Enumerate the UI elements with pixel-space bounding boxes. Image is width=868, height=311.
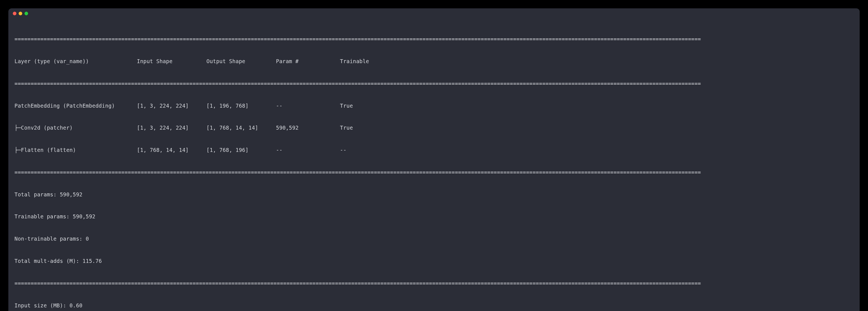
cell-input-shape: [1, 768, 14, 14]	[137, 146, 207, 154]
cell-output-shape: [1, 196, 768]	[207, 102, 276, 110]
cell-layer: ├─Flatten (flatten)	[14, 146, 137, 154]
divider	[14, 80, 854, 87]
table-row: ├─Conv2d (patcher) [1, 3, 224, 224] [1, …	[14, 124, 854, 131]
header-trainable: Trainable	[340, 58, 854, 65]
cell-param-count: 590,592	[276, 124, 340, 131]
maximize-icon[interactable]	[25, 12, 28, 15]
cell-layer: PatchEmbedding (PatchEmbedding)	[14, 102, 137, 110]
cell-trainable: True	[340, 102, 854, 110]
table-row: PatchEmbedding (PatchEmbedding) [1, 3, 2…	[14, 102, 854, 110]
cell-input-shape: [1, 3, 224, 224]	[137, 124, 207, 131]
table-header: Layer (type (var_name)) Input Shape Outp…	[14, 58, 854, 65]
divider	[14, 35, 854, 43]
non-trainable-params: Non-trainable params: 0	[14, 235, 854, 243]
header-input-shape: Input Shape	[137, 58, 207, 65]
titlebar	[8, 8, 860, 18]
minimize-icon[interactable]	[19, 12, 22, 15]
cell-layer: ├─Conv2d (patcher)	[14, 124, 137, 131]
header-output-shape: Output Shape	[207, 58, 276, 65]
terminal-window: Layer (type (var_name)) Input Shape Outp…	[8, 8, 860, 311]
cell-param-count: --	[276, 146, 340, 154]
divider	[14, 168, 854, 176]
cell-trainable: True	[340, 124, 854, 131]
cell-input-shape: [1, 3, 224, 224]	[137, 102, 207, 110]
cell-param-count: --	[276, 102, 340, 110]
input-size: Input size (MB): 0.60	[14, 302, 854, 309]
header-param-count: Param #	[276, 58, 340, 65]
terminal-output: Layer (type (var_name)) Input Shape Outp…	[8, 18, 860, 311]
table-row: ├─Flatten (flatten) [1, 768, 14, 14] [1,…	[14, 146, 854, 154]
cell-output-shape: [1, 768, 14, 14]	[207, 124, 276, 131]
mult-adds: Total mult-adds (M): 115.76	[14, 257, 854, 265]
total-params: Total params: 590,592	[14, 191, 854, 198]
header-layer: Layer (type (var_name))	[14, 58, 137, 65]
trainable-params: Trainable params: 590,592	[14, 213, 854, 220]
close-icon[interactable]	[13, 12, 17, 15]
cell-output-shape: [1, 768, 196]	[207, 146, 276, 154]
cell-trainable: --	[340, 146, 854, 154]
divider	[14, 280, 854, 287]
